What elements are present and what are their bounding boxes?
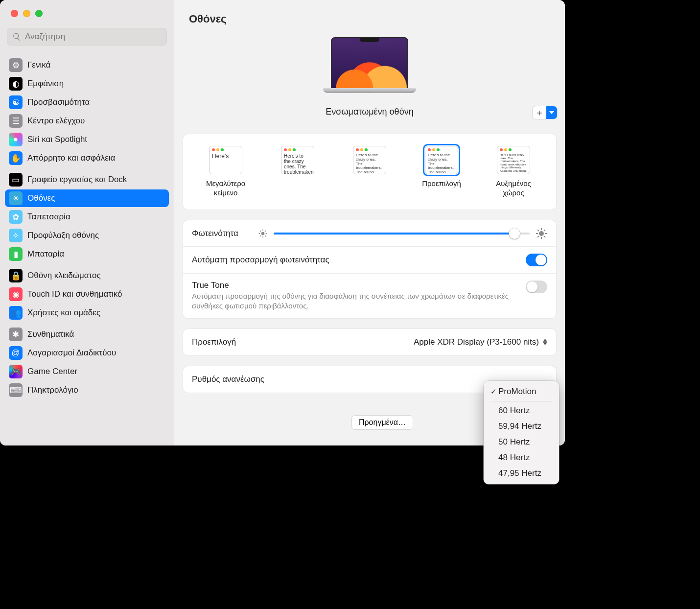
check-icon: ✓ [489, 387, 498, 396]
select-arrows-icon [543, 339, 547, 345]
scale-tile: Here's to the crazy ones. The troublemak… [497, 146, 530, 174]
sidebar-item-lock-screen[interactable]: 🔒Οθόνη κλειδώματος [5, 267, 169, 284]
add-display-button[interactable]: ＋ [533, 106, 557, 119]
svg-point-0 [261, 232, 265, 235]
lock-icon: 🔒 [9, 269, 23, 282]
sidebar-item-passwords[interactable]: ✱Συνθηματικά [5, 326, 169, 343]
content-area: Οθόνες Ενσωματωμένη οθόνη ＋ Here'sΜεγαλύ… [174, 0, 565, 445]
sun-large-icon [536, 228, 547, 239]
sidebar-item-touchid[interactable]: ◉Touch ID και συνθηματικό [5, 285, 169, 303]
svg-line-16 [544, 230, 545, 231]
display-name: Ενσωματωμένη οθόνη [326, 107, 413, 117]
refresh-option[interactable]: 50 Hertz [487, 434, 556, 450]
svg-line-6 [265, 235, 266, 236]
scale-option-mid2[interactable]: Here's to the crazy ones. The troublemak… [341, 146, 398, 199]
scale-option-mid1[interactable]: Here's to the crazy ones. The troublemak… [269, 146, 327, 199]
scale-option-larger[interactable]: Here'sΜεγαλύτερο κείμενο [197, 146, 255, 199]
scale-tile: Here's to the crazy ones. The troublemak… [425, 146, 458, 174]
svg-line-17 [537, 236, 539, 237]
sidebar-item-desktop-dock[interactable]: ▭Γραφείο εργασίας και Dock [5, 171, 169, 188]
scale-option-more-space[interactable]: Here's to the crazy ones. The troublemak… [485, 146, 542, 199]
siri-icon: ● [9, 133, 23, 146]
slider-thumb[interactable] [509, 228, 520, 239]
auto-brightness-toggle[interactable] [526, 254, 547, 266]
svg-line-7 [265, 231, 266, 232]
sidebar-item-game-center[interactable]: 🎮Game Center [5, 363, 169, 380]
sidebar-item-label: Πληκτρολόγιο [27, 385, 78, 395]
key-icon: ✱ [9, 328, 23, 341]
scaling-card: Here'sΜεγαλύτερο κείμενοHere's to the cr… [183, 134, 556, 210]
sidebar-item-label: Συνθηματικά [27, 329, 74, 339]
refresh-option[interactable]: 47,95 Hertz [487, 466, 556, 481]
preset-row[interactable]: Προεπιλογή Apple XDR Display (P3-1600 ni… [183, 329, 556, 355]
search-input[interactable] [25, 32, 162, 42]
refresh-option[interactable]: 48 Hertz [487, 450, 556, 466]
brightness-row: Φωτεινότητα [183, 220, 556, 247]
search-icon [12, 32, 21, 41]
battery-icon: ▮ [9, 247, 23, 261]
brightness-slider[interactable] [274, 233, 530, 234]
sidebar-item-control-center[interactable]: ☰Κέντρο ελέγχου [5, 112, 169, 130]
fullscreen-button[interactable] [35, 10, 43, 17]
menu-item-label: 48 Hertz [498, 453, 530, 463]
row-label: Προεπιλογή [192, 337, 236, 347]
sidebar-item-displays[interactable]: ☀Οθόνες [5, 189, 169, 207]
row-label: Φωτεινότητα [192, 229, 238, 238]
sidebar-item-wallpaper[interactable]: ✿Ταπετσαρία [5, 208, 169, 226]
at-icon: @ [9, 346, 23, 360]
row-label: True Tone [192, 281, 518, 290]
brightness-icon: ☀ [9, 191, 23, 205]
menu-item-label: 60 Hertz [498, 406, 530, 416]
scale-label: Μεγαλύτερο κείμενο [206, 179, 245, 199]
row-label: Αυτόματη προσαρμογή φωτεινότητας [192, 255, 329, 265]
page-header: Οθόνες [174, 0, 565, 32]
sidebar-item-label: Οθόνη κλειδώματος [27, 271, 101, 281]
hand-icon: ✋ [9, 151, 23, 165]
sidebar-item-siri[interactable]: ●Siri και Spotlight [5, 131, 169, 148]
sidebar-item-battery[interactable]: ▮Μπαταρία [5, 245, 169, 263]
people-icon: 👥 [9, 306, 23, 320]
chevron-down-icon [546, 106, 557, 119]
advanced-button[interactable]: Προηγμένα… [351, 415, 413, 430]
sidebar-nav: ⚙︎Γενικά◐Εμφάνιση☯Προσβασιμότητα☰Κέντρο … [0, 50, 174, 445]
refresh-option[interactable]: ✓ProMotion [487, 384, 556, 399]
scale-tile: Here's [209, 146, 242, 174]
sidebar-item-label: Χρήστες και ομάδες [27, 308, 100, 318]
search-field[interactable] [7, 28, 167, 46]
dock-icon: ▭ [9, 173, 23, 187]
keyboard-icon: ⌨ [9, 383, 23, 397]
sidebar-item-label: Κέντρο ελέγχου [27, 116, 85, 126]
sidebar-item-accessibility[interactable]: ☯Προσβασιμότητα [5, 94, 169, 111]
menu-item-label: 59,94 Hertz [498, 422, 541, 431]
minimize-button[interactable] [23, 10, 30, 17]
close-button[interactable] [11, 10, 18, 17]
refresh-option[interactable]: 59,94 Hertz [487, 419, 556, 434]
scaling-options: Here'sΜεγαλύτερο κείμενοHere's to the cr… [183, 134, 556, 210]
flower-icon: ✿ [9, 210, 23, 224]
sidebar-item-screensaver[interactable]: ✧Προφύλαξη οθόνης [5, 227, 169, 244]
sidebar-item-appearance[interactable]: ◐Εμφάνιση [5, 75, 169, 93]
svg-line-5 [260, 231, 261, 232]
sidebar-item-keyboard[interactable]: ⌨Πληκτρολόγιο [5, 381, 169, 399]
sliders-icon: ☰ [9, 114, 23, 128]
fingerprint-icon: ◉ [9, 287, 23, 301]
person-icon: ☯ [9, 95, 23, 109]
scale-option-default[interactable]: Here's to the crazy ones. The troublemak… [413, 146, 470, 199]
preset-value: Apple XDR Display (P3-1600 nits) [414, 337, 539, 347]
sidebar-item-users[interactable]: 👥Χρήστες και ομάδες [5, 304, 169, 322]
true-tone-toggle[interactable] [526, 281, 547, 293]
menu-item-label: 50 Hertz [498, 437, 530, 447]
sidebar-item-label: Οθόνες [27, 193, 55, 203]
sidebar-item-label: Touch ID και συνθηματικό [27, 289, 122, 299]
page-title: Οθόνες [189, 13, 550, 25]
sidebar: ⚙︎Γενικά◐Εμφάνιση☯Προσβασιμότητα☰Κέντρο … [0, 0, 174, 445]
refresh-rate-menu[interactable]: ✓ProMotion60 Hertz59,94 Hertz50 Hertz48 … [484, 381, 559, 484]
sidebar-item-internet-accounts[interactable]: @Λογαριασμοί Διαδικτύου [5, 344, 169, 362]
sparkle-icon: ✧ [9, 229, 23, 242]
sidebar-item-privacy[interactable]: ✋Απόρρητο και ασφάλεια [5, 149, 169, 167]
true-tone-row: True Tone Αυτόματη προσαρμογή της οθόνης… [183, 274, 556, 318]
refresh-option[interactable]: 60 Hertz [487, 403, 556, 419]
sidebar-item-label: Προσβασιμότητα [27, 97, 90, 107]
svg-line-8 [260, 235, 261, 236]
sidebar-item-general[interactable]: ⚙︎Γενικά [5, 56, 169, 74]
